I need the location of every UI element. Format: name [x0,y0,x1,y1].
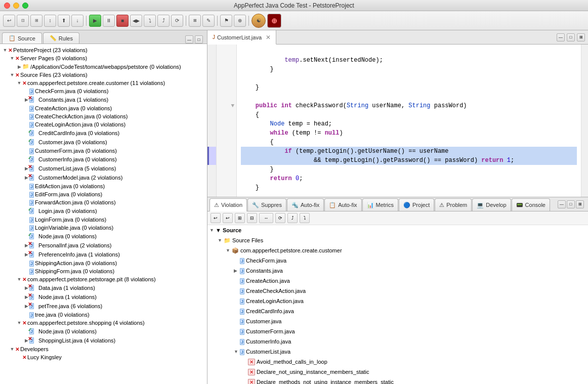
toolbar-btn-brand[interactable]: ⊕ [267,14,281,28]
violation-item[interactable]: JCheckForm.java [207,255,588,266]
tree-item[interactable]: ▶J✕ShoppingList.java (4 violations) [0,336,207,345]
minimize-button[interactable] [13,3,19,9]
tab-autofix2[interactable]: 📋 Auto-fix [324,198,361,211]
tree-item[interactable]: J✓Node.java (0 violations) [0,232,207,241]
tree-item[interactable]: J✓Customer.java (0 violations) [0,138,207,147]
tree-item[interactable]: JShippingForm.java (0 violations) [0,267,207,275]
tree-item[interactable]: J✓Node.java (0 violations) [0,327,207,336]
toolbar-btn-12[interactable]: ✎ [202,15,215,27]
toolbar-btn-8[interactable]: ⤵ [144,15,156,27]
toolbar-btn-3[interactable]: ⊞ [30,15,43,27]
tree-item[interactable]: J✓CreditCardInfo.java (0 violations) [0,129,207,138]
tree-item[interactable]: ▼✕com.appperfect.petstore.create.custome… [0,79,207,87]
tree-item[interactable]: ▼✕Server Pages (0 violations) [0,54,207,62]
tree-item[interactable]: ▼✕Source Files (23 violations) [0,71,207,79]
violation-item[interactable]: JCreateCheckAction.java [207,286,588,296]
tab-autofix1[interactable]: 🔩 Auto-fix [287,198,324,211]
code-content[interactable]: temp.setNext(insertedNode); } } public i… [237,45,581,197]
toolbar-btn-6[interactable]: ↓ [71,15,83,27]
violation-item[interactable]: ▼📦com.appperfect.petstore.create.custome… [207,245,588,255]
tree-item[interactable]: JCustomerForm.java (0 violations) [0,147,207,155]
tab-problem[interactable]: ⚠ Problem [435,198,472,211]
tree-item[interactable]: J✓Login.java (0 violations) [0,206,207,216]
tab-violation[interactable]: ⚠ Violation [209,198,247,211]
editor-maximize-btn[interactable]: □ [567,33,575,41]
violation-item[interactable]: JCustomerForm.java [207,326,588,336]
tab-rules[interactable]: 📏 Rules [43,32,79,44]
tree-item[interactable]: ▶J✕PreferenceInfo.java (1 violations) [0,250,207,259]
tree-item[interactable]: JForwardAction.java (0 violations) [0,198,207,206]
toolbar-btn-4[interactable]: ↕ [44,15,56,27]
toolbar-btn-5[interactable]: ⬆ [58,15,70,27]
tree-item[interactable]: ▶J✕Data.java (1 violations) [0,283,207,292]
violation-item[interactable]: JCustomerInfo.java [207,336,588,347]
tree-item[interactable]: ▶J✕Constants.java (1 violations) [0,95,207,104]
violation-item[interactable]: JCustomer.java [207,316,588,326]
tree-item[interactable]: JShippingAction.java (0 violations) [0,259,207,267]
tree-item[interactable]: ✕Lucy Kingsley [0,353,207,361]
toolbar-btn-7[interactable]: ◀▶ [130,15,142,27]
tree-item[interactable]: JLoginForm.java (0 violations) [0,216,207,224]
tab-source[interactable]: 📋 Source [2,32,42,44]
violation-item[interactable]: JCreditCardInfo.java [207,306,588,316]
bottom-minimize-btn[interactable]: — [558,200,566,208]
tree-item[interactable]: ▶J✕CustomerList.java (5 violations) [0,164,207,173]
panel-minimize-btn[interactable]: — [185,35,193,44]
code-editor[interactable]: ▼ temp.setNext(insertedN [207,45,588,197]
violation-item[interactable]: ▶JConstants.java [207,266,588,276]
violation-item[interactable]: ✕Avoid_method_calls_in_loop [207,357,588,367]
tree-item[interactable]: ▶J✕Node.java (1 violations) [0,292,207,302]
toolbar-btn-apperfect[interactable]: ☯ [251,14,266,28]
tree-item[interactable]: JCreateCheckAction.java (0 violations) [0,112,207,120]
tree-item[interactable]: ▼✕com.appperfect.petstore.petstorage.pit… [0,275,207,283]
editor-tab-customerlist[interactable]: J CustomerList.java ✕ [207,30,276,45]
pause-button[interactable]: ⏸ [103,15,115,27]
vt-btn-8[interactable]: ⤵ [300,213,310,223]
tree-item[interactable]: JEditForm.java (0 violations) [0,190,207,198]
tree-item[interactable]: J✓CustomerInfo.java (0 violations) [0,155,207,164]
violation-item[interactable]: ✕Declare_not_using_instance_members_stat… [207,367,588,377]
vt-btn-3[interactable]: ⊞ [235,213,245,223]
toolbar-btn-2[interactable]: ⊡ [17,15,29,27]
violation-item[interactable]: ▼📁Source Files [207,235,588,245]
tree-item[interactable]: ▶📁/Application/CodeTest/tomcat/webapps/p… [0,62,207,71]
tab-project[interactable]: 🔵 Project [399,198,434,211]
editor-minimize-btn[interactable]: — [557,33,565,41]
tab-console[interactable]: 📟 Console [512,198,550,211]
vt-btn-1[interactable]: ↩ [211,213,221,223]
violation-item[interactable]: JCreateAction.java [207,276,588,286]
toolbar-btn-9[interactable]: ⤴ [157,15,170,27]
vt-btn-6[interactable]: ⟳ [275,213,285,223]
tree-item[interactable]: ▶J✕CustomerModel.java (2 violations) [0,173,207,182]
tree-item[interactable]: ▶J✕petTree.java (6 violations) [0,302,207,311]
tree-item[interactable]: JCheckForm.java (0 violations) [0,87,207,95]
toolbar-btn-10[interactable]: ⟳ [171,15,183,27]
tab-develop[interactable]: 💻 Develop [472,198,511,211]
vt-btn-4[interactable]: ⊟ [247,213,257,223]
tree-item[interactable]: JCreateAction.java (0 violations) [0,104,207,112]
toolbar-btn-14[interactable]: ⊕ [234,15,246,27]
tree-item[interactable]: JEditAction.java (0 violations) [0,182,207,190]
tree-item[interactable]: Jtree.java (0 violations) [0,311,207,319]
tree-item[interactable]: ▼✕Developers [0,345,207,353]
bottom-maximize-btn[interactable]: □ [567,200,575,208]
tree-item[interactable]: ▼✕PetstoreProject (23 violations) [0,46,207,54]
toolbar-btn-13[interactable]: ⚑ [220,15,232,27]
run-button[interactable]: ▶ [89,15,101,27]
tab-metrics[interactable]: 📊 Metrics [362,198,398,211]
bottom-restore-btn[interactable]: ⊞ [576,200,584,208]
editor-restore-btn[interactable]: ⊞ [577,33,585,41]
vt-btn-5[interactable]: ↔ [259,213,273,223]
tab-suppress[interactable]: 🔧 Suppres [247,198,286,211]
tree-item[interactable]: ▶J✕PersonalInf.java (2 violations) [0,241,207,250]
tree-item[interactable]: JCreateLoginAction.java (0 violations) [0,120,207,129]
stop-button[interactable]: ■ [116,15,129,27]
violation-item[interactable]: ▼JCustomerList.java [207,347,588,357]
vt-btn-2[interactable]: ↩ [223,213,233,223]
violation-item[interactable]: JCreateLoginAction.java [207,296,588,306]
panel-maximize-btn[interactable]: □ [195,35,203,44]
tree-item[interactable]: JLoginVariable.java (0 violations) [0,224,207,232]
maximize-button[interactable] [22,3,28,9]
violation-item[interactable]: ▼▼Source [207,225,588,235]
tree-item[interactable]: ▼✕com.appperfect.petstore.shopping (4 vi… [0,319,207,327]
